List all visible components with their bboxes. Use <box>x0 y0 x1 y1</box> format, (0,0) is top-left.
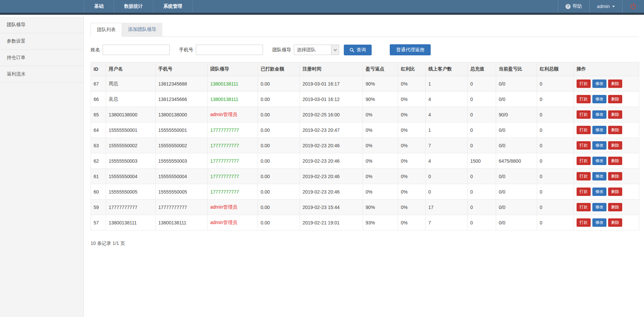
cell-rebate: 90% <box>363 92 398 107</box>
row-action-pay-button[interactable]: 打款 <box>577 157 591 165</box>
sidebar-item-position-orders[interactable]: 持仓订单 <box>0 50 84 66</box>
table-row: 651380013800013800138000admin管理员0.002019… <box>91 107 639 122</box>
nav-menu: 基础数据统计系统管理 <box>84 0 193 13</box>
row-action-edit-button[interactable]: 修改 <box>592 203 606 211</box>
cell-bonus_total: 0 <box>537 153 574 169</box>
cell-clients: 4 <box>426 107 468 122</box>
row-action-pay-button[interactable]: 打款 <box>577 172 591 180</box>
row-action-delete-button[interactable]: 删除 <box>608 172 622 180</box>
row-action-edit-button[interactable]: 修改 <box>592 126 606 134</box>
cell-phone: 13800138111 <box>156 215 208 230</box>
sidebar-item-rebate-flow[interactable]: 返利流水 <box>0 66 84 83</box>
cell-id: 57 <box>91 215 106 230</box>
cell-id: 64 <box>91 122 106 138</box>
cell-clients: 4 <box>426 153 468 169</box>
column-header: 当前盈亏比 <box>496 62 537 76</box>
logout-button[interactable] <box>622 0 644 13</box>
phone-input[interactable] <box>196 45 263 55</box>
cell-paid: 0.00 <box>258 200 300 215</box>
row-action-edit-button[interactable]: 修改 <box>592 188 606 196</box>
row-action-edit-button[interactable]: 修改 <box>592 157 606 165</box>
cell-phone: 15555550003 <box>156 153 208 169</box>
cell-clients: 0 <box>426 184 468 200</box>
cell-phone: 13812345666 <box>156 92 208 107</box>
row-action-delete-button[interactable]: 删除 <box>608 141 622 150</box>
column-header: 线上客户数 <box>426 62 468 76</box>
cell-id: 59 <box>91 200 106 215</box>
table-row: 641555555000115555550001177777777770.002… <box>91 122 639 138</box>
cell-leader: 17777777777 <box>208 138 258 153</box>
cell-username: 15555550001 <box>106 122 156 138</box>
row-action-pay-button[interactable]: 打款 <box>577 188 591 196</box>
row-action-delete-button[interactable]: 删除 <box>608 218 622 227</box>
tab-add-team-leader[interactable]: 添加团队领导 <box>122 23 162 37</box>
row-action-delete-button[interactable]: 删除 <box>608 157 622 165</box>
row-action-delete-button[interactable]: 删除 <box>608 203 622 211</box>
cell-username: 13800138000 <box>106 107 156 122</box>
cell-actions: 打款修改删除 <box>574 138 639 153</box>
row-action-edit-button[interactable]: 修改 <box>592 172 606 180</box>
cell-rebate: 0% <box>363 153 398 169</box>
user-dropdown[interactable]: admin <box>589 0 622 13</box>
cell-rebate: 0% <box>363 122 398 138</box>
cell-recharge: 0 <box>468 184 496 200</box>
table-row: 621555555000315555550003177777777770.002… <box>91 153 639 169</box>
cell-paid: 0.00 <box>258 153 300 169</box>
row-action-pay-button[interactable]: 打款 <box>577 218 591 227</box>
sidebar-item-param-settings[interactable]: 参数设置 <box>0 33 84 50</box>
cell-bonus_ratio: 0% <box>398 76 426 92</box>
chevron-down-icon <box>333 48 337 51</box>
team-table: ID用户名手机号团队领导已打款金额注册时间盈亏返点红利比线上客户数总充值当前盈亏… <box>91 62 639 230</box>
row-action-edit-button[interactable]: 修改 <box>592 95 606 103</box>
cell-bonus_ratio: 0% <box>398 92 426 107</box>
cell-bonus_total: 0 <box>537 215 574 230</box>
row-action-delete-button[interactable]: 删除 <box>608 126 622 134</box>
filter-toolbar: 姓名 手机号 团队领导 选择团队 查询 普通代理返佣 <box>91 44 639 55</box>
row-action-delete-button[interactable]: 删除 <box>608 188 622 196</box>
cell-pl_ratio: 0/0 <box>496 215 537 230</box>
row-action-edit-button[interactable]: 修改 <box>592 218 606 227</box>
row-action-pay-button[interactable]: 打款 <box>577 95 591 103</box>
nav-item-basic[interactable]: 基础 <box>84 0 114 13</box>
row-action-edit-button[interactable]: 修改 <box>592 110 606 119</box>
cell-phone: 15555550002 <box>156 138 208 153</box>
cell-phone: 15555550004 <box>156 169 208 184</box>
cell-bonus_ratio: 0% <box>398 215 426 230</box>
name-input[interactable] <box>103 45 170 55</box>
row-action-edit-button[interactable]: 修改 <box>592 80 606 88</box>
agent-rebate-button[interactable]: 普通代理返佣 <box>390 44 431 55</box>
cell-phone: 13812345688 <box>156 76 208 92</box>
row-action-edit-button[interactable]: 修改 <box>592 141 606 150</box>
cell-leader: admin管理员 <box>208 215 258 230</box>
row-action-pay-button[interactable]: 打款 <box>577 203 591 211</box>
cell-recharge: 0 <box>468 92 496 107</box>
row-action-delete-button[interactable]: 删除 <box>608 110 622 119</box>
help-button[interactable]: ? 帮助 <box>558 0 589 13</box>
tab-team-list[interactable]: 团队列表 <box>91 23 122 37</box>
team-select[interactable]: 选择团队 <box>294 45 339 55</box>
top-navbar: 基础数据统计系统管理 ? 帮助 admin <box>0 0 644 15</box>
nav-item-system-manage[interactable]: 系统管理 <box>153 0 193 13</box>
cell-bonus_total: 0 <box>537 76 574 92</box>
sidebar: 团队领导参数设置持仓订单返利流水 <box>0 17 84 317</box>
row-action-pay-button[interactable]: 打款 <box>577 141 591 150</box>
table-row: 601555555000515555550005177777777770.002… <box>91 184 639 200</box>
column-header: 总充值 <box>468 62 496 76</box>
column-header: 注册时间 <box>300 62 363 76</box>
row-action-pay-button[interactable]: 打款 <box>577 110 591 119</box>
table-row: 591777777777717777777777admin管理员0.002019… <box>91 200 639 215</box>
row-action-delete-button[interactable]: 删除 <box>608 95 622 103</box>
cell-clients: 0 <box>426 169 468 184</box>
cell-bonus_ratio: 0% <box>398 153 426 169</box>
cell-paid: 0.00 <box>258 184 300 200</box>
search-button[interactable]: 查询 <box>344 45 372 55</box>
sidebar-item-team-leader[interactable]: 团队领导 <box>0 17 84 33</box>
cell-clients: 4 <box>426 92 468 107</box>
row-action-pay-button[interactable]: 打款 <box>577 80 591 88</box>
row-action-delete-button[interactable]: 删除 <box>608 80 622 88</box>
cell-leader: 13800138111 <box>208 92 258 107</box>
row-action-pay-button[interactable]: 打款 <box>577 126 591 134</box>
cell-bonus_total: 0 <box>537 138 574 153</box>
cell-recharge: 0 <box>468 76 496 92</box>
nav-item-data-stats[interactable]: 数据统计 <box>114 0 153 13</box>
